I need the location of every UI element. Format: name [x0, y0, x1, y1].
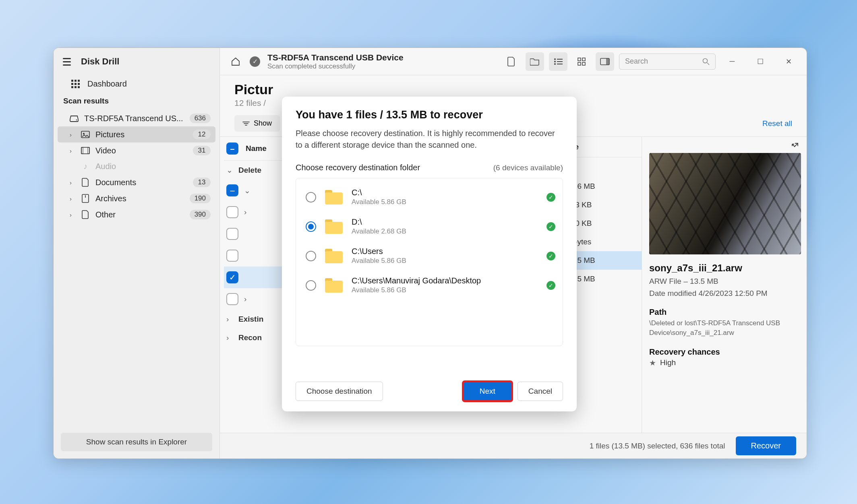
devices-available-label: (6 devices available): [493, 163, 563, 172]
app-title: Disk Drill: [81, 56, 119, 67]
next-button[interactable]: Next: [463, 382, 512, 401]
destination-option-selected[interactable]: D:\ Available 2.68 GB ✓: [302, 212, 559, 241]
chevron-right-icon: ›: [244, 295, 250, 304]
chevron-right-icon: ›: [70, 147, 75, 154]
radio-button[interactable]: [306, 251, 316, 261]
home-icon[interactable]: [226, 52, 245, 71]
drive-icon: [70, 114, 79, 123]
cancel-button[interactable]: Cancel: [518, 382, 563, 401]
svg-point-19: [703, 58, 708, 63]
preview-filename: sony_a7s_iii_21.arw: [649, 262, 801, 274]
svg-rect-12: [557, 64, 563, 64]
search-icon: [702, 58, 710, 65]
star-icon: ★: [649, 358, 656, 368]
destination-list[interactable]: C:\ Available 5.86 GB ✓ D:\ Available 2.…: [296, 178, 563, 346]
chevron-down-icon: ⌄: [244, 186, 250, 195]
chevron-right-icon: ›: [70, 211, 75, 218]
chevron-right-icon: ›: [70, 179, 75, 186]
destination-option[interactable]: C:\Users Available 5.86 GB ✓: [302, 241, 559, 271]
page-title: Pictur: [234, 82, 792, 97]
column-name: Name: [246, 144, 267, 153]
folder-icon: [325, 190, 343, 204]
preview-path: \Deleted or lost\TS-RDF5A Transcend USB …: [649, 318, 801, 338]
svg-rect-8: [557, 59, 563, 60]
sidebar-item-other[interactable]: › Other 390: [58, 207, 215, 223]
chevron-down-icon: ⌄: [226, 165, 233, 175]
svg-point-11: [554, 63, 556, 65]
file-view-icon[interactable]: [502, 52, 521, 71]
folder-icon: [325, 219, 343, 234]
show-filter-button[interactable]: Show: [234, 115, 280, 132]
chevron-right-icon: ›: [70, 131, 75, 138]
chevron-right-icon: ›: [244, 208, 250, 217]
folder-icon: [325, 249, 343, 263]
chevron-right-icon: ›: [70, 195, 75, 202]
row-checkbox[interactable]: ✓: [226, 271, 238, 283]
svg-rect-14: [582, 58, 585, 61]
choose-destination-button[interactable]: Choose destination: [296, 382, 383, 401]
dialog-title: You have 1 files / 13.5 MB to recover: [296, 109, 563, 121]
show-in-explorer-button[interactable]: Show scan results in Explorer: [61, 433, 212, 451]
sidebar-item-pictures[interactable]: › Pictures 12: [58, 126, 215, 143]
radio-button[interactable]: [306, 221, 316, 232]
hamburger-icon[interactable]: [61, 56, 73, 68]
sidebar-item-archives[interactable]: › Archives 190: [58, 190, 215, 207]
recovery-destination-dialog: You have 1 files / 13.5 MB to recover Pl…: [282, 97, 577, 411]
ok-icon: ✓: [546, 281, 555, 290]
choose-destination-label: Choose recovery destination folder: [296, 163, 420, 172]
ok-icon: ✓: [546, 222, 555, 231]
ok-icon: ✓: [546, 252, 555, 260]
sidebar-item-audio[interactable]: › ♪ Audio: [58, 159, 215, 174]
recovery-chance-value: High: [660, 358, 676, 367]
row-checkbox[interactable]: [226, 250, 238, 262]
svg-point-2: [83, 133, 85, 134]
row-checkbox[interactable]: –: [226, 184, 238, 196]
chevron-right-icon: ›: [226, 333, 233, 342]
select-all-checkbox[interactable]: –: [226, 143, 238, 155]
sidebar: Disk Drill Dashboard Scan results TS-RDF…: [54, 48, 220, 459]
sidebar-item-video[interactable]: › Video 31: [58, 143, 215, 159]
preview-recovery-label: Recovery chances: [649, 347, 801, 357]
reset-all-link[interactable]: Reset all: [762, 119, 792, 128]
video-icon: [81, 146, 90, 155]
sidebar-item-documents[interactable]: › Documents 13: [58, 174, 215, 190]
titlebar: ✓ TS-RDF5A Transcend USB Device Scan com…: [220, 48, 807, 75]
radio-button[interactable]: [306, 192, 316, 202]
svg-rect-16: [582, 62, 585, 65]
sidebar-device[interactable]: TS-RDF5A Transcend US... 636: [58, 110, 215, 126]
maximize-button[interactable]: ☐: [749, 52, 772, 71]
header-subtitle: Scan completed successfully: [267, 62, 404, 70]
chevron-right-icon: ›: [226, 315, 233, 324]
nav-dashboard[interactable]: Dashboard: [54, 75, 219, 93]
destination-option[interactable]: C:\Users\Manuviraj Godara\Desktop Availa…: [302, 271, 559, 300]
sidebar-section-scan-results: Scan results: [54, 93, 219, 109]
search-input[interactable]: Search: [619, 54, 716, 70]
dialog-subtitle: Please choose recovery destination. It i…: [296, 128, 563, 151]
svg-rect-18: [606, 58, 609, 65]
row-checkbox[interactable]: [226, 206, 238, 218]
recover-button[interactable]: Recover: [736, 436, 796, 455]
picture-icon: [81, 130, 90, 139]
close-button[interactable]: ✕: [777, 52, 800, 71]
selection-summary: 1 files (13.5 MB) selected, 636 files to…: [590, 442, 725, 450]
list-view-icon[interactable]: [549, 52, 567, 71]
row-checkbox[interactable]: [226, 293, 238, 305]
file-icon: [81, 210, 90, 219]
open-external-icon[interactable]: [791, 143, 799, 151]
svg-rect-10: [557, 61, 563, 62]
row-checkbox[interactable]: [226, 228, 238, 240]
folder-view-icon[interactable]: [526, 52, 544, 71]
minimize-button[interactable]: ─: [720, 52, 744, 71]
svg-point-0: [76, 120, 77, 120]
preview-modified: Date modified 4/26/2023 12:50 PM: [649, 289, 801, 298]
radio-button[interactable]: [306, 280, 316, 291]
destination-option[interactable]: C:\ Available 5.86 GB ✓: [302, 182, 559, 212]
panel-toggle-icon[interactable]: [596, 52, 614, 71]
archive-icon: [81, 194, 90, 203]
svg-point-7: [554, 58, 556, 60]
grid-view-icon[interactable]: [572, 52, 591, 71]
header-title: TS-RDF5A Transcend USB Device: [267, 53, 404, 62]
status-ok-icon: ✓: [250, 56, 260, 67]
folder-icon: [325, 278, 343, 293]
ok-icon: ✓: [546, 193, 555, 202]
